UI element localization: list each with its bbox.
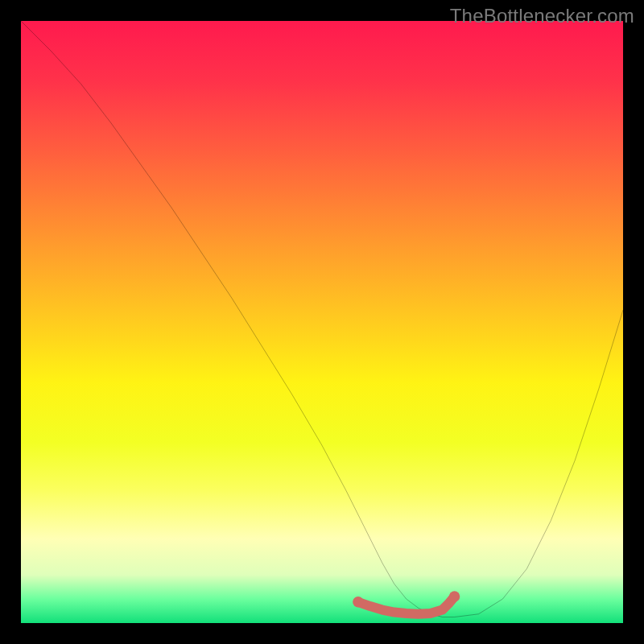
marker-end-dot — [449, 591, 460, 601]
chart-frame: TheBottlenecker.com — [0, 0, 644, 644]
bottleneck-curve — [21, 21, 623, 617]
marker-start-dot — [353, 597, 363, 607]
watermark-text: TheBottlenecker.com — [450, 5, 634, 27]
chart-svg — [21, 21, 623, 623]
optimal-region-marker — [358, 597, 455, 614]
